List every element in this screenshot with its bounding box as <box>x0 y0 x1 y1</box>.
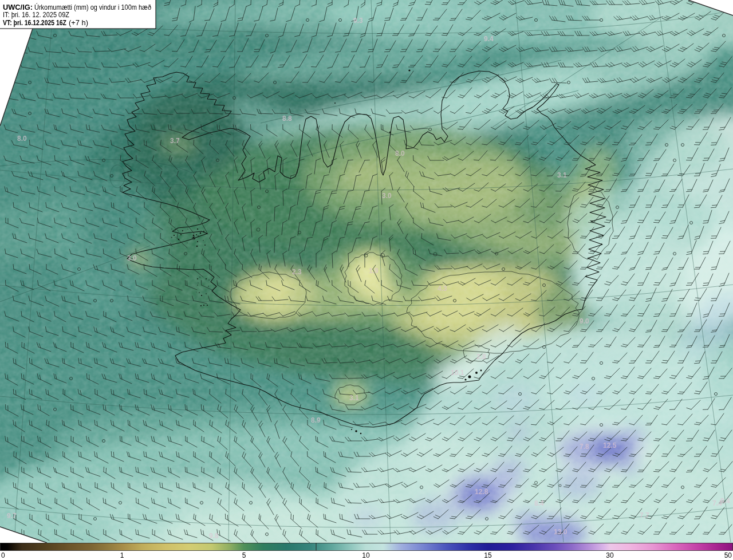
svg-text:8.4: 8.4 <box>534 499 544 507</box>
svg-text:9.7: 9.7 <box>7 512 17 520</box>
svg-text:9.8: 9.8 <box>209 532 219 540</box>
svg-text:Úrkomumætti (mm) og vindur i 1: Úrkomumætti (mm) og vindur i 100m hæð <box>34 3 151 11</box>
svg-text:12.5: 12.5 <box>603 441 617 449</box>
svg-text:8.0: 8.0 <box>395 149 405 157</box>
svg-text:3.1: 3.1 <box>557 171 567 179</box>
svg-text:5: 5 <box>242 551 246 559</box>
svg-text:9.4: 9.4 <box>720 497 730 505</box>
svg-text:50: 50 <box>724 551 732 559</box>
svg-text:8.8: 8.8 <box>282 115 292 123</box>
svg-text:UWC/IG:: UWC/IG: <box>3 3 33 11</box>
svg-text:9.0: 9.0 <box>580 317 589 325</box>
svg-text:9.3: 9.3 <box>353 17 363 25</box>
svg-text:7.7: 7.7 <box>640 511 649 519</box>
svg-text:4.3: 4.3 <box>438 285 447 293</box>
svg-text:3.7: 3.7 <box>170 137 180 145</box>
svg-text:2.8: 2.8 <box>476 353 486 361</box>
svg-text:2.3: 2.3 <box>292 268 302 276</box>
svg-text:12.8: 12.8 <box>475 488 488 496</box>
svg-text:13.0: 13.0 <box>554 528 568 536</box>
svg-text:8.0: 8.0 <box>17 135 27 143</box>
svg-text:30: 30 <box>606 551 614 559</box>
svg-text:10.1: 10.1 <box>451 369 464 377</box>
svg-text:VT: þri. 16.12.2025 16Z: VT: þri. 16.12.2025 16Z <box>3 19 66 27</box>
svg-text:3.0: 3.0 <box>382 192 392 200</box>
svg-text:(+7 h): (+7 h) <box>69 19 88 27</box>
svg-text:1: 1 <box>120 551 124 559</box>
svg-text:7.8: 7.8 <box>580 443 589 451</box>
svg-text:3.1: 3.1 <box>349 394 359 402</box>
svg-text:9.4: 9.4 <box>484 35 494 43</box>
svg-text:1.9: 1.9 <box>369 267 379 275</box>
svg-text:15: 15 <box>484 551 492 559</box>
svg-text:8.9: 8.9 <box>311 416 321 424</box>
svg-text:IT: þri. 16. 12. 2025 09Z: IT: þri. 16. 12. 2025 09Z <box>3 11 69 19</box>
svg-text:0: 0 <box>1 551 5 559</box>
svg-text:10: 10 <box>362 551 370 559</box>
svg-text:3.0: 3.0 <box>127 254 137 262</box>
